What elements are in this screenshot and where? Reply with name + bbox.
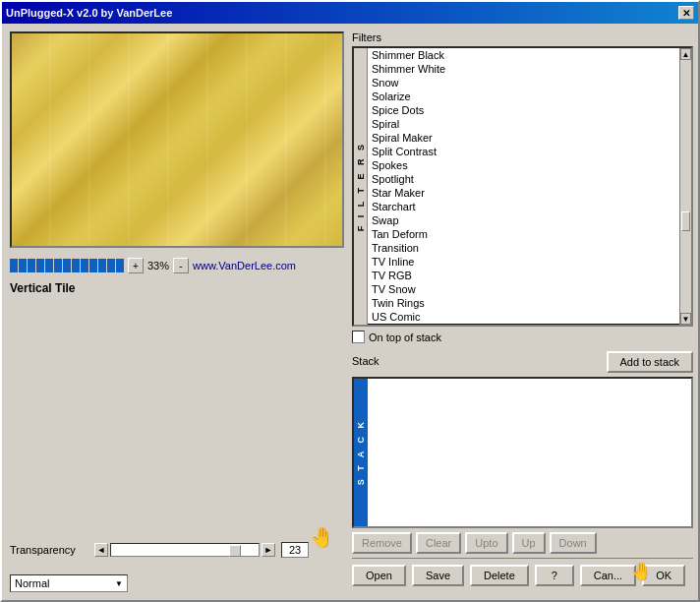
filter-list-item[interactable]: Spiral [368, 117, 679, 131]
scroll-up-button[interactable]: ▲ [680, 48, 691, 60]
progress-row: + 33% - www.VanDerLee.com [10, 258, 344, 273]
filter-list-item[interactable]: TV RGB [368, 269, 679, 282]
filter-list-item[interactable]: Split Contrast [368, 145, 679, 158]
scroll-down-button[interactable]: ▼ [680, 313, 691, 325]
progress-segment [89, 259, 97, 272]
slider-left-arrow[interactable]: ◄ [94, 543, 108, 557]
transparency-slider-container: ◄ ► [94, 543, 275, 557]
blend-mode-row: Normal ▼ [10, 574, 344, 592]
filter-list-item[interactable]: Star Maker [368, 186, 679, 200]
filter-list-item[interactable]: TV Snow [368, 282, 679, 296]
filter-list-item[interactable]: Spotlight [368, 172, 679, 186]
scroll-track [680, 60, 691, 313]
stack-list-container: S T A C K [352, 377, 693, 528]
filter-list-item[interactable]: Swap [368, 213, 679, 227]
filters-list: Shimmer BlackShimmer WhiteSnowSolarizeSp… [368, 48, 679, 325]
filters-list-container: F I L T E R S Shimmer BlackShimmer White… [352, 46, 693, 327]
stack-sidebar-text: S T A C K [356, 419, 366, 485]
preview-canvas [10, 31, 344, 248]
filter-list-item[interactable]: Twin Rings [368, 296, 679, 310]
scroll-thumb[interactable] [681, 211, 690, 231]
close-button[interactable]: ✕ [678, 6, 694, 20]
dropdown-arrow-icon: ▼ [115, 579, 123, 588]
progress-segment [98, 259, 106, 272]
filter-list-item[interactable]: US Comic [368, 310, 679, 324]
title-bar: UnPlugged-X v2.0 by VanDerLee ✕ [2, 2, 698, 24]
filters-label: Filters [352, 31, 693, 43]
progress-minus-button[interactable]: - [173, 258, 189, 273]
filter-list-item[interactable]: Spokes [368, 158, 679, 172]
help-button[interactable]: ? [535, 565, 574, 586]
filter-list-item[interactable]: Vertical Tile🤚 [368, 324, 679, 325]
filter-list-item[interactable]: TV Inline [368, 255, 679, 269]
progress-bar [10, 259, 124, 272]
stack-vertical-label: S T A C K [354, 379, 368, 526]
transparency-label: Transparency [10, 544, 88, 556]
transparency-slider-thumb[interactable] [229, 545, 241, 557]
filter-list-item[interactable]: Spiral Maker [368, 131, 679, 145]
transparency-slider-track[interactable] [110, 543, 260, 557]
filters-vertical-label: F I L T E R S [354, 48, 368, 325]
progress-segment [116, 259, 124, 272]
filter-list-item[interactable]: Shimmer White [368, 62, 679, 76]
open-button[interactable]: Open [352, 565, 406, 586]
progress-segment [72, 259, 80, 272]
window-title: UnPlugged-X v2.0 by VanDerLee [6, 7, 172, 19]
ok-button[interactable]: OK [642, 565, 685, 586]
active-filter-name: Vertical Tile [10, 281, 344, 295]
on-top-checkbox[interactable] [352, 331, 365, 343]
save-button[interactable]: Save [412, 565, 464, 586]
remove-button[interactable]: Remove [352, 532, 412, 554]
stack-label: Stack [352, 355, 379, 367]
progress-segment [63, 259, 71, 272]
main-window: UnPlugged-X v2.0 by VanDerLee ✕ [0, 0, 700, 602]
stack-buttons-row: Remove Clear Upto Up Down [352, 532, 693, 554]
filter-list-item[interactable]: Starchart [368, 200, 679, 213]
filters-sidebar-text: F I L T E R S [356, 142, 366, 231]
progress-segment [10, 259, 18, 272]
progress-segment [45, 259, 53, 272]
up-button[interactable]: Up [512, 532, 546, 554]
progress-value: 33% [147, 260, 169, 271]
filters-section: Filters F I L T E R S Shimmer BlackShimm… [352, 31, 693, 343]
progress-plus-button[interactable]: + [128, 258, 144, 273]
slider-right-arrow[interactable]: ► [262, 543, 275, 557]
down-button[interactable]: Down [550, 532, 597, 554]
transparency-row: Transparency ◄ ► 23 🤚 [10, 535, 344, 565]
website-label: www.VanDerLee.com [193, 260, 296, 271]
blend-mode-dropdown[interactable]: Normal ▼ [10, 574, 128, 592]
delete-button[interactable]: Delete [470, 565, 529, 586]
right-panel: Filters F I L T E R S Shimmer BlackShimm… [352, 24, 700, 600]
upto-button[interactable]: Upto [465, 532, 507, 554]
progress-segment [107, 259, 115, 272]
cancel-label: Can... [594, 570, 622, 581]
blend-mode-value: Normal [15, 577, 49, 589]
progress-segment [28, 259, 35, 272]
filter-list-item[interactable]: Transition [368, 241, 679, 255]
filter-list-item[interactable]: Solarize [368, 90, 679, 103]
filter-list-item[interactable]: Shimmer Black [368, 48, 679, 62]
filter-list-item[interactable]: Spice Dots [368, 103, 679, 117]
bottom-buttons-row: Open Save Delete ? Can... 🤚 OK [352, 558, 693, 592]
clear-button[interactable]: Clear [416, 532, 461, 554]
stack-section: Stack Add to stack S T A C K Remove Clea… [352, 351, 693, 554]
cancel-button[interactable]: Can... 🤚 [580, 565, 636, 586]
filters-scrollbar[interactable]: ▲ ▼ [679, 48, 691, 325]
filter-list-item[interactable]: Snow [368, 76, 679, 90]
stack-content [368, 379, 691, 526]
progress-segment [81, 259, 88, 272]
stack-header: Stack Add to stack [352, 351, 693, 373]
on-top-label: On top of stack [369, 331, 441, 343]
progress-segment [19, 259, 27, 272]
transparency-value: 23 [281, 542, 309, 558]
left-panel: + 33% - www.VanDerLee.com Vertical Tile … [2, 24, 352, 600]
add-to-stack-button[interactable]: Add to stack [607, 351, 694, 373]
progress-segment [36, 259, 44, 272]
on-top-row: On top of stack CLAUDIA PRO [352, 331, 693, 343]
filter-list-item[interactable]: Tan Deform [368, 227, 679, 241]
progress-segment [54, 259, 62, 272]
